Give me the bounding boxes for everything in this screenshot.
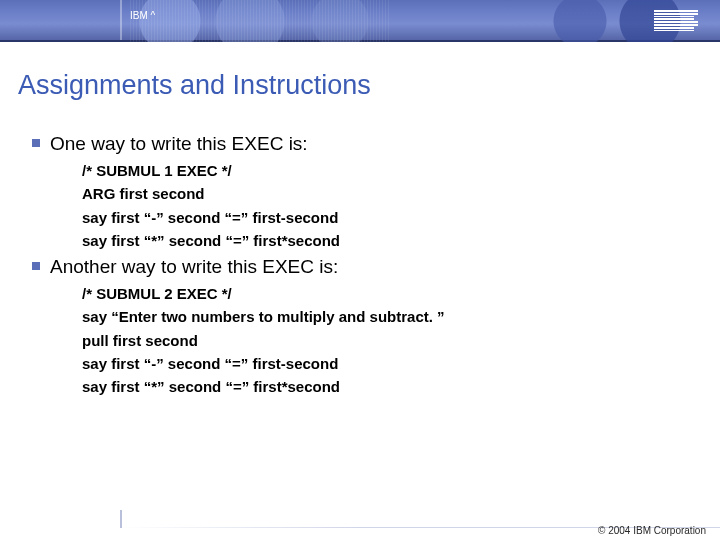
bullet-item: One way to write this EXEC is: bbox=[32, 133, 702, 155]
code-block: /* SUBMUL 2 EXEC */ say “Enter two numbe… bbox=[82, 282, 702, 398]
code-line: /* SUBMUL 1 EXEC */ bbox=[82, 159, 702, 182]
code-block: /* SUBMUL 1 EXEC */ ARG first second say… bbox=[82, 159, 702, 252]
header-brand-label: IBM ^ bbox=[130, 10, 155, 21]
footer-accent-line bbox=[120, 510, 122, 528]
code-line: say first “*” second “=” first*second bbox=[82, 229, 702, 252]
code-line: ARG first second bbox=[82, 182, 702, 205]
bullet-heading: Another way to write this EXEC is: bbox=[50, 256, 338, 278]
ibm-logo-icon bbox=[654, 10, 698, 31]
code-line: say “Enter two numbers to multiply and s… bbox=[82, 305, 702, 328]
code-line: /* SUBMUL 2 EXEC */ bbox=[82, 282, 702, 305]
copyright-text: © 2004 IBM Corporation bbox=[598, 525, 706, 536]
slide-content: Assignments and Instructions One way to … bbox=[0, 42, 720, 398]
bullet-heading: One way to write this EXEC is: bbox=[50, 133, 308, 155]
code-line: pull first second bbox=[82, 329, 702, 352]
header-decoration-left bbox=[130, 0, 390, 42]
slide-footer: © 2004 IBM Corporation bbox=[0, 510, 720, 540]
square-bullet-icon bbox=[32, 262, 40, 270]
square-bullet-icon bbox=[32, 139, 40, 147]
bullet-item: Another way to write this EXEC is: bbox=[32, 256, 702, 278]
code-line: say first “*” second “=” first*second bbox=[82, 375, 702, 398]
code-line: say first “-” second “=” first-second bbox=[82, 352, 702, 375]
code-line: say first “-” second “=” first-second bbox=[82, 206, 702, 229]
page-title: Assignments and Instructions bbox=[18, 70, 702, 101]
slide-header: IBM ^ bbox=[0, 0, 720, 42]
